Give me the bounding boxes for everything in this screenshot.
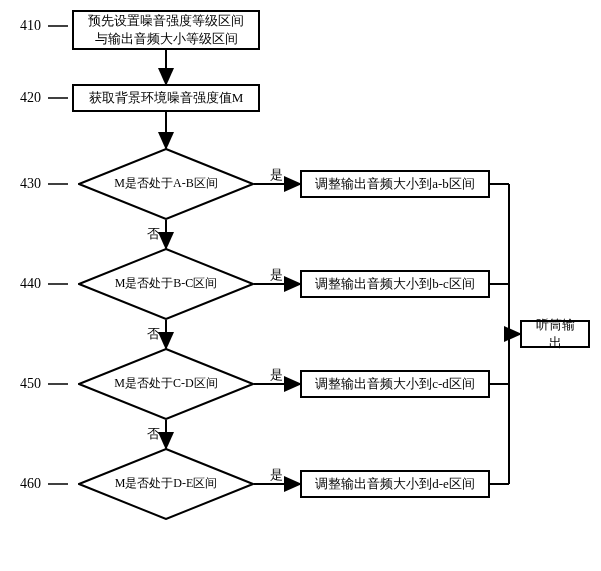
decision-460: M是否处于D-E区间 xyxy=(78,448,254,520)
label-yes-450: 是 xyxy=(268,366,285,384)
decision-440: M是否处于B-C区间 xyxy=(78,248,254,320)
label-no-440: 否 xyxy=(145,325,162,343)
label-yes-460: 是 xyxy=(268,466,285,484)
label-no-450: 否 xyxy=(145,425,162,443)
decision-430-text: M是否处于A-B区间 xyxy=(78,148,254,220)
box-out-de: 调整输出音频大小到d-e区间 xyxy=(300,470,490,498)
box-preset: 预先设置噪音强度等级区间 与输出音频大小等级区间 xyxy=(72,10,260,50)
ref-460: 460 xyxy=(20,476,41,492)
decision-450-text: M是否处于C-D区间 xyxy=(78,348,254,420)
label-yes-440: 是 xyxy=(268,266,285,284)
decision-430: M是否处于A-B区间 xyxy=(78,148,254,220)
box-out-bc: 调整输出音频大小到b-c区间 xyxy=(300,270,490,298)
decision-460-text: M是否处于D-E区间 xyxy=(78,448,254,520)
decision-440-text: M是否处于B-C区间 xyxy=(78,248,254,320)
box-get-noise: 获取背景环境噪音强度值M xyxy=(72,84,260,112)
box-out-ab: 调整输出音频大小到a-b区间 xyxy=(300,170,490,198)
ref-450: 450 xyxy=(20,376,41,392)
ref-430: 430 xyxy=(20,176,41,192)
ref-410: 410 xyxy=(20,18,41,34)
label-no-430: 否 xyxy=(145,225,162,243)
ref-420: 420 xyxy=(20,90,41,106)
box-final-output: 听筒输出 xyxy=(520,320,590,348)
decision-450: M是否处于C-D区间 xyxy=(78,348,254,420)
label-yes-430: 是 xyxy=(268,166,285,184)
ref-440: 440 xyxy=(20,276,41,292)
box-out-cd: 调整输出音频大小到c-d区间 xyxy=(300,370,490,398)
